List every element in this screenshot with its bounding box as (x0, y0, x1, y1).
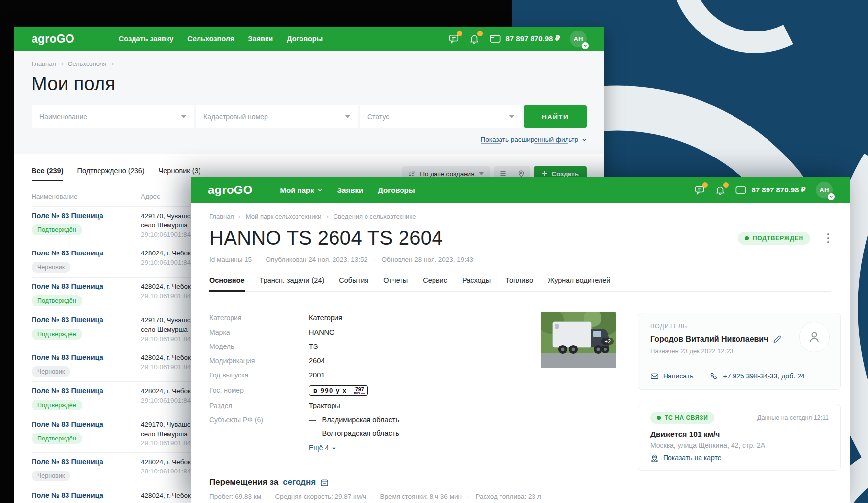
driver-assigned-date: Назначен 23 дек 2022 12:23 (650, 347, 829, 355)
vehicle-main-nav: Мой парк Заявки Договоры (280, 186, 415, 194)
tab-events[interactable]: События (339, 276, 368, 291)
write-driver-link[interactable]: Написать (650, 372, 693, 380)
driver-name: Городов Виталий Николаевич (650, 335, 768, 344)
tab-reports[interactable]: Отчеты (383, 276, 408, 291)
crumb-home[interactable]: Главная (32, 60, 56, 67)
movements-section: Перемещения за сегодня Пробег: 69.83 км … (209, 477, 692, 500)
vehicle-meta: Id машины 15 Опубликован 24 ноя. 2023, 1… (209, 256, 831, 263)
vehicle-tabs: Основное Трансп. задачи (24) События Отч… (209, 276, 831, 292)
field-name[interactable]: Поле № 83 Пшеница (32, 211, 141, 220)
field-name[interactable]: Поле № 83 Пшеница (32, 420, 141, 429)
card-icon (735, 186, 746, 194)
crumb-vehicle-info[interactable]: Сведения о сельхозтехнике (321, 213, 416, 220)
status-badge: Подтверждён (32, 295, 82, 306)
telemetry-card: ТС НА СВЯЗИ Данные на сегодня 12:11 Движ… (638, 404, 841, 471)
photo-count-badge[interactable]: +2 (601, 338, 614, 345)
fields-header: agroGO Создать заявку Сельхозполя Заявки… (14, 27, 604, 51)
published-date: Опубликован 24 ноя. 2023, 13:52 (252, 256, 367, 263)
nav-requests[interactable]: Заявки (337, 186, 363, 194)
vehicle-title-row: HANNO TS 2604 TS 2604 ПОДТВЕРЖДЕН (209, 227, 831, 249)
fields-header-right: 87 897 870.98 ₽ АН (448, 31, 587, 47)
tab-service[interactable]: Сервис (423, 276, 447, 291)
stat-mileage: Пробег: 69.83 км (209, 493, 261, 500)
wallet-balance[interactable]: 87 897 870.98 ₽ (735, 186, 806, 194)
filter-cadastre-select[interactable]: Кадастровый номер (196, 105, 358, 128)
wallet-balance[interactable]: 87 897 870.98 ₽ (490, 34, 560, 43)
filter-cadastre-placeholder: Кадастровый номер (203, 113, 268, 121)
status-badge: Подтверждён (32, 400, 82, 410)
fields-tabs: Все (239) Подтверждено (236) Черновик (3… (32, 167, 200, 181)
field-name[interactable]: Поле № 83 Пшеница (32, 249, 141, 258)
field-name[interactable]: Поле № 83 Пшеница (32, 386, 141, 396)
crumb-fields[interactable]: Сельхозполя (56, 60, 106, 67)
field-name[interactable]: Поле № 83 Пшеница (32, 491, 141, 500)
tab-confirmed[interactable]: Подтверждено (236) (77, 167, 144, 181)
status-badge: Подтверждён (32, 329, 82, 340)
logo[interactable]: agroGO (32, 32, 74, 46)
person-icon (807, 330, 822, 345)
balance-amount: 87 897 870.98 ₽ (505, 34, 560, 43)
nav-create-request[interactable]: Создать заявку (119, 35, 173, 43)
calendar-icon[interactable] (320, 478, 329, 487)
phone-icon (710, 372, 718, 380)
balance-amount: 87 897 870.98 ₽ (751, 186, 806, 194)
tab-main[interactable]: Основное (209, 276, 245, 292)
tab-fuel[interactable]: Топливо (505, 276, 533, 291)
notifications-badge (723, 182, 729, 188)
online-status-badge: ТС НА СВЯЗИ (650, 412, 714, 424)
nav-my-park[interactable]: Мой парк (280, 186, 323, 194)
user-avatar[interactable]: АН (570, 31, 587, 47)
nav-contracts[interactable]: Договоры (287, 35, 323, 43)
messages-icon[interactable] (448, 33, 459, 44)
show-more-regions-link[interactable]: Ещё 4 (309, 444, 336, 452)
field-name[interactable]: Поле № 83 Пшеница (32, 457, 141, 467)
tab-all[interactable]: Все (239) (32, 167, 63, 181)
nav-contracts[interactable]: Договоры (378, 186, 415, 194)
user-avatar[interactable]: АН (816, 182, 833, 198)
status-badge: Черновик (32, 366, 70, 377)
detail-label: Раздел (209, 402, 309, 410)
crumb-park[interactable]: Мой парк сельхозтехники (234, 213, 321, 220)
chevron-down-icon (345, 115, 350, 118)
driver-phone-link[interactable]: +7 925 398-34-33, доб. 24 (710, 372, 804, 380)
search-button[interactable]: НАЙТИ (524, 105, 587, 128)
advanced-filter-link[interactable]: Показать расширенный фильтр (481, 136, 587, 144)
tab-driver-log[interactable]: Журнал водителей (548, 276, 610, 291)
notifications-badge (477, 31, 483, 36)
notifications-icon[interactable] (469, 33, 480, 44)
field-name[interactable]: Поле № 83 Пшеница (32, 282, 141, 291)
detail-label: Модель (209, 343, 309, 351)
tab-expenses[interactable]: Расходы (462, 276, 491, 291)
logo[interactable]: agroGO (208, 183, 253, 197)
notifications-icon[interactable] (715, 185, 726, 195)
edit-driver-icon[interactable] (773, 335, 781, 344)
plus-icon (542, 171, 548, 177)
crumb-home[interactable]: Главная (209, 213, 234, 220)
advanced-filter-label: Показать расширенный фильтр (481, 136, 578, 144)
fields-main-nav: Создать заявку Сельхозполя Заявки Догово… (119, 35, 323, 43)
show-more-label: Ещё 4 (309, 444, 329, 452)
filter-status-select[interactable]: Статус (360, 105, 522, 128)
nav-fields[interactable]: Сельхозполя (187, 35, 234, 43)
telemetry-updated: Данные на сегодня 12:11 (757, 414, 829, 421)
vehicle-id: Id машины 15 (209, 256, 252, 263)
vehicle-header: agroGO Мой парк Заявки Договоры (191, 177, 850, 203)
detail-value: Тракторы (309, 402, 340, 410)
chevron-down-icon (317, 188, 323, 193)
movements-date-link[interactable]: сегодня (283, 477, 316, 487)
field-name[interactable]: Поле № 83 Пшеница (32, 353, 141, 362)
field-name[interactable]: Поле № 83 Пшеница (32, 315, 141, 325)
vehicle-photo[interactable]: +2 (541, 312, 616, 368)
nav-requests[interactable]: Заявки (248, 35, 273, 43)
status-badge: Подтверждён (32, 224, 82, 235)
license-plate: в 990 у х 797 RUS (309, 385, 368, 396)
tab-transport-tasks[interactable]: Трансп. задачи (24) (260, 276, 325, 291)
show-on-map-link[interactable]: Показать на карте (650, 454, 829, 462)
messages-icon[interactable] (694, 185, 705, 195)
messages-badge (702, 182, 708, 188)
filter-name-select[interactable]: Наименование (32, 105, 194, 128)
create-label: Создать (551, 170, 579, 178)
show-on-map-label: Показать на карте (663, 454, 722, 462)
write-label: Написать (663, 372, 693, 380)
more-actions-button[interactable] (825, 231, 831, 245)
